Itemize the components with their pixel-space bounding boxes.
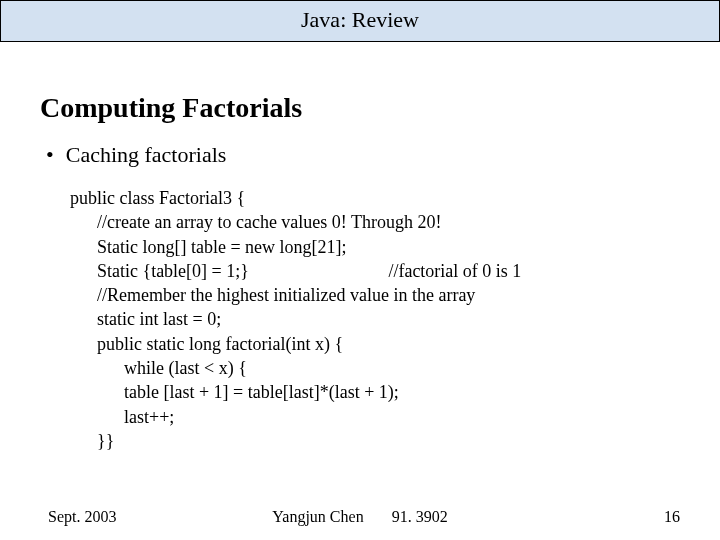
page-number: 16 (664, 508, 680, 526)
code-line: Static long[] table = new long[21]; (70, 235, 680, 259)
title-bar: Java: Review (0, 0, 720, 42)
bullet-dot: • (46, 142, 54, 168)
code-block: public class Factorial3 { //create an ar… (40, 186, 680, 453)
bullet-item: • Caching factorials (40, 142, 680, 168)
footer-date: Sept. 2003 (48, 508, 116, 526)
bullet-text: Caching factorials (66, 142, 227, 168)
code-line: public static long factorial(int x) { (70, 332, 680, 356)
footer: Sept. 2003 Yangjun Chen 91. 3902 16 (0, 508, 720, 526)
code-line: while (last < x) { (70, 356, 680, 380)
page-title: Java: Review (301, 7, 419, 32)
slide-heading: Computing Factorials (40, 92, 680, 124)
code-line: Static {table[0] = 1;} //factorial of 0 … (70, 259, 680, 283)
code-line: }} (70, 429, 680, 453)
code-line: public class Factorial3 { (70, 186, 680, 210)
code-line: //Remember the highest initialized value… (70, 283, 680, 307)
content-area: Computing Factorials • Caching factorial… (0, 42, 720, 453)
footer-author: Yangjun Chen 91. 3902 (272, 508, 447, 526)
code-line: static int last = 0; (70, 307, 680, 331)
code-line: last++; (70, 405, 680, 429)
code-line: table [last + 1] = table[last]*(last + 1… (70, 380, 680, 404)
code-line: //create an array to cache values 0! Thr… (70, 210, 680, 234)
